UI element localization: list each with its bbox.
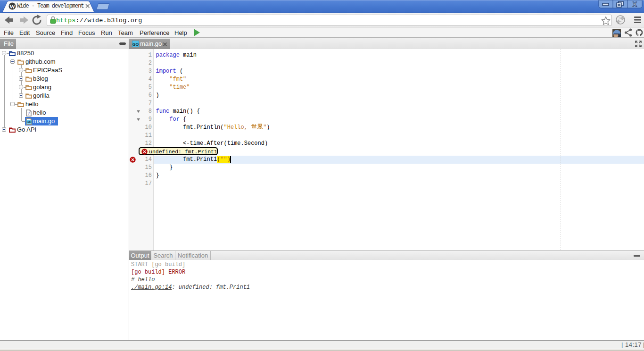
svg-text:GO: GO bbox=[26, 120, 31, 124]
svg-text:X: X bbox=[633, 0, 637, 8]
svg-text:GO: GO bbox=[132, 42, 139, 47]
svg-text:W: W bbox=[9, 3, 16, 10]
svg-text:?: ? bbox=[27, 111, 30, 116]
